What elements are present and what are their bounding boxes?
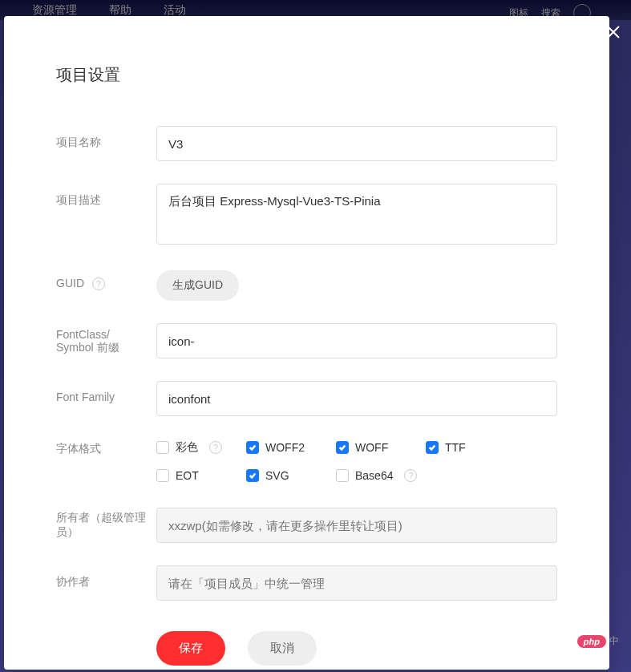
checkbox-eot[interactable]: EOT [156,469,246,482]
badge-text: 中 [609,634,619,648]
label-guid: GUID ? [56,270,156,290]
row-font-family: Font Family [56,381,557,416]
modal-title: 项目设置 [56,64,557,86]
modal-actions: 保存 取消 [156,631,557,666]
checkbox-box[interactable] [336,441,349,454]
input-owner [156,508,557,543]
row-guid: GUID ? 生成GUID [56,270,557,301]
label-owner: 所有者（超级管理员） [56,508,156,540]
watermark-badge: php 中 [577,634,619,648]
checkbox-box[interactable] [336,469,349,482]
row-project-desc: 项目描述 [56,184,557,248]
checkbox-color[interactable]: 彩色 ? [156,440,246,455]
close-icon [606,25,621,39]
checkbox-box[interactable] [156,469,169,482]
php-badge: php [577,635,606,648]
close-button[interactable] [604,22,623,42]
row-owner: 所有者（超级管理员） [56,508,557,543]
nav-item[interactable]: 帮助 [109,3,131,18]
label-project-desc: 项目描述 [56,184,156,208]
label-font-format: 字体格式 [56,439,156,456]
checkbox-ttf[interactable]: TTF [426,440,490,455]
save-button[interactable]: 保存 [156,631,225,666]
generate-guid-button[interactable]: 生成GUID [156,270,239,301]
row-prefix: FontClass/ Symbol 前缀 [56,323,557,358]
input-prefix[interactable] [156,323,557,358]
label-prefix: FontClass/ Symbol 前缀 [56,323,156,355]
help-icon[interactable]: ? [404,469,417,482]
help-icon[interactable]: ? [92,277,105,290]
help-icon[interactable]: ? [209,441,222,454]
input-project-desc[interactable] [156,184,557,245]
nav-item[interactable]: 资源管理 [32,3,77,18]
label-project-name: 项目名称 [56,126,156,150]
checkbox-box[interactable] [426,441,439,454]
input-font-family[interactable] [156,381,557,416]
checkbox-box[interactable] [246,469,259,482]
checkbox-base64[interactable]: Base64 ? [336,469,426,482]
nav-item[interactable]: 活动 [164,3,186,18]
input-project-name[interactable] [156,126,557,161]
cancel-button[interactable]: 取消 [248,631,317,666]
checkbox-woff2[interactable]: WOFF2 [246,440,336,455]
checkbox-box[interactable] [156,441,169,454]
input-collaborator [156,565,557,601]
row-font-format: 字体格式 彩色 ? WOFF2 WOFF TTF [56,439,557,482]
label-collaborator: 协作者 [56,565,156,589]
checkbox-woff[interactable]: WOFF [336,440,426,455]
checkbox-box[interactable] [246,441,259,454]
row-collaborator: 协作者 [56,565,557,601]
row-project-name: 项目名称 [56,126,557,161]
project-settings-modal: 项目设置 项目名称 项目描述 GUID ? 生成GUID FontClass/ … [4,16,609,670]
checkbox-svg[interactable]: SVG [246,469,336,482]
label-font-family: Font Family [56,381,156,403]
font-format-options: 彩色 ? WOFF2 WOFF TTF EOT [156,439,557,482]
